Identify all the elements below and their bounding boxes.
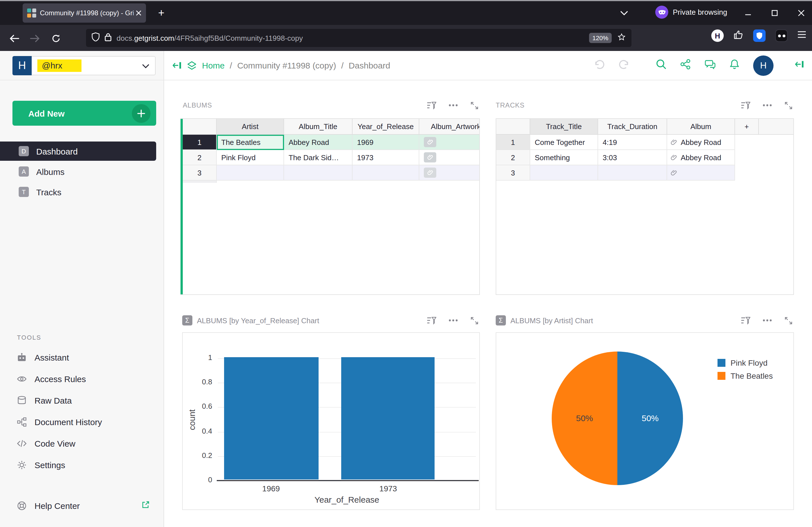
- column-header[interactable]: Album_Title: [284, 119, 352, 135]
- breadcrumb-home-link[interactable]: Home: [202, 60, 224, 70]
- cell-artist[interactable]: [217, 165, 284, 181]
- more-options-icon[interactable]: [449, 104, 458, 106]
- cell-artwork[interactable]: [419, 150, 479, 165]
- column-header[interactable]: Album_Artwork: [419, 119, 479, 135]
- url-bar[interactable]: docs.getgrist.com/4FR5aihgf5Bd/Community…: [86, 29, 632, 47]
- new-tab-button[interactable]: +: [154, 6, 169, 20]
- add-new-button[interactable]: Add New: [12, 101, 156, 126]
- cell-artist[interactable]: Pink Floyd: [217, 150, 284, 165]
- sort-filter-icon[interactable]: [741, 101, 750, 110]
- more-options-icon[interactable]: [763, 104, 772, 106]
- cell-duration[interactable]: 3:03: [598, 150, 667, 165]
- bar-chart[interactable]: 1 0.8 0.6 0.4 0.2 0 1969 1973 Year_of_Re…: [182, 332, 480, 510]
- cell-year[interactable]: [352, 165, 419, 181]
- sidebar-item-dashboard[interactable]: D Dashboard: [0, 142, 156, 161]
- column-header[interactable]: Artist: [217, 119, 284, 135]
- tracking-shield-icon[interactable]: [92, 32, 100, 44]
- window-minimize-button[interactable]: [738, 1, 758, 25]
- back-button[interactable]: [7, 31, 21, 46]
- cell-album-ref[interactable]: Abbey Road: [667, 135, 735, 150]
- container-extension-icon[interactable]: [775, 29, 788, 42]
- cell-track-title[interactable]: Come Together: [530, 135, 598, 150]
- tracks-grid: Track_Title Track_Duration Album + 1 Com…: [496, 118, 794, 295]
- h-extension-icon[interactable]: H: [711, 29, 724, 42]
- sidebar-item-albums[interactable]: A Albums: [0, 162, 163, 181]
- sidebar-item-document-history[interactable]: Document History: [0, 411, 163, 432]
- reload-button[interactable]: [49, 31, 63, 46]
- browser-tab[interactable]: Community #11998 (copy) - Gri: [23, 3, 146, 23]
- lock-icon[interactable]: [105, 32, 112, 43]
- expand-section-icon[interactable]: [784, 101, 793, 110]
- sidebar-item-tracks[interactable]: T Tracks: [0, 182, 163, 201]
- cell-track-title[interactable]: Something: [530, 150, 598, 165]
- cell-album-title[interactable]: The Dark Sid…: [284, 150, 352, 165]
- column-header[interactable]: Year_of_Release: [352, 119, 419, 135]
- sidebar-item-access-rules[interactable]: Access Rules: [0, 368, 163, 389]
- row-number[interactable]: 3: [183, 165, 217, 181]
- sort-filter-icon[interactable]: [427, 101, 436, 110]
- row-number[interactable]: 2: [496, 150, 530, 165]
- collapse-right-panel-icon[interactable]: [795, 60, 804, 71]
- breadcrumb-doc-name[interactable]: Community #11998 (copy): [237, 60, 336, 70]
- row-number[interactable]: 3: [496, 165, 530, 181]
- row-number-header[interactable]: [183, 119, 217, 135]
- cell-album-ref[interactable]: Abbey Road: [667, 150, 735, 165]
- thumb-extension-icon[interactable]: [733, 29, 743, 42]
- bell-icon[interactable]: [729, 59, 740, 72]
- legend-item[interactable]: The Beatles: [717, 371, 773, 380]
- more-options-icon[interactable]: [449, 319, 458, 322]
- add-column-header[interactable]: +: [735, 119, 759, 135]
- list-tabs-chevron-icon[interactable]: [620, 8, 628, 18]
- cell-album-title[interactable]: Abbey Road: [284, 135, 352, 150]
- more-options-icon[interactable]: [763, 319, 772, 322]
- sidebar-item-raw-data[interactable]: Raw Data: [0, 389, 163, 411]
- sort-filter-icon[interactable]: [741, 316, 750, 325]
- redo-icon[interactable]: [619, 59, 630, 72]
- window-maximize-button[interactable]: [765, 1, 784, 25]
- cell-artist[interactable]: The Beatles: [217, 135, 284, 150]
- legend-item[interactable]: Pink Floyd: [717, 358, 768, 367]
- cell-year[interactable]: 1969: [352, 135, 419, 150]
- column-header[interactable]: Track_Title: [530, 119, 598, 135]
- cell-track-title[interactable]: [530, 165, 598, 181]
- org-select[interactable]: @hrx: [32, 56, 156, 75]
- row-number[interactable]: 2: [183, 150, 217, 165]
- search-icon[interactable]: [656, 59, 667, 72]
- sidebar-item-settings[interactable]: Settings: [0, 454, 163, 475]
- cell-album-ref[interactable]: [667, 165, 735, 181]
- cell-duration[interactable]: 4:19: [598, 135, 667, 150]
- pie-chart[interactable]: 50% 50% Pink Floyd The Beatles: [496, 332, 794, 510]
- cell-artwork[interactable]: [419, 165, 479, 181]
- shield-extension-icon[interactable]: [753, 29, 766, 42]
- sidebar-item-help-center[interactable]: Help Center: [0, 495, 163, 516]
- menu-hamburger-icon[interactable]: [797, 31, 806, 41]
- tab-close-icon[interactable]: [136, 8, 142, 18]
- table-row-new: 3: [183, 165, 479, 181]
- sidebar-item-code-view[interactable]: Code View: [0, 432, 163, 454]
- row-number-header[interactable]: [496, 119, 530, 135]
- share-icon[interactable]: [680, 59, 691, 72]
- cell-album-title[interactable]: [284, 165, 352, 181]
- bookmark-star-icon[interactable]: [617, 32, 626, 43]
- user-avatar[interactable]: H: [753, 55, 773, 75]
- chat-icon[interactable]: [705, 59, 716, 72]
- expand-section-icon[interactable]: [470, 101, 479, 110]
- forward-button[interactable]: [27, 31, 42, 46]
- cell-duration[interactable]: [598, 165, 667, 181]
- row-number[interactable]: 1: [496, 135, 530, 150]
- zoom-level-badge[interactable]: 120%: [589, 33, 612, 43]
- cell-artwork[interactable]: [419, 135, 479, 150]
- undo-icon[interactable]: [594, 59, 605, 72]
- sort-filter-icon[interactable]: [427, 316, 436, 325]
- expand-section-icon[interactable]: [470, 316, 479, 325]
- pages-layers-icon[interactable]: [187, 61, 197, 70]
- column-header[interactable]: Album: [667, 119, 735, 135]
- sidebar-item-assistant[interactable]: Assistant: [0, 346, 163, 368]
- window-close-button[interactable]: [792, 1, 811, 25]
- cell-year[interactable]: 1973: [352, 150, 419, 165]
- expand-section-icon[interactable]: [784, 316, 793, 325]
- row-number[interactable]: 1: [183, 135, 217, 150]
- collapse-left-panel-icon[interactable]: [173, 61, 182, 70]
- org-switcher[interactable]: H @hrx: [0, 51, 163, 80]
- column-header[interactable]: Track_Duration: [598, 119, 667, 135]
